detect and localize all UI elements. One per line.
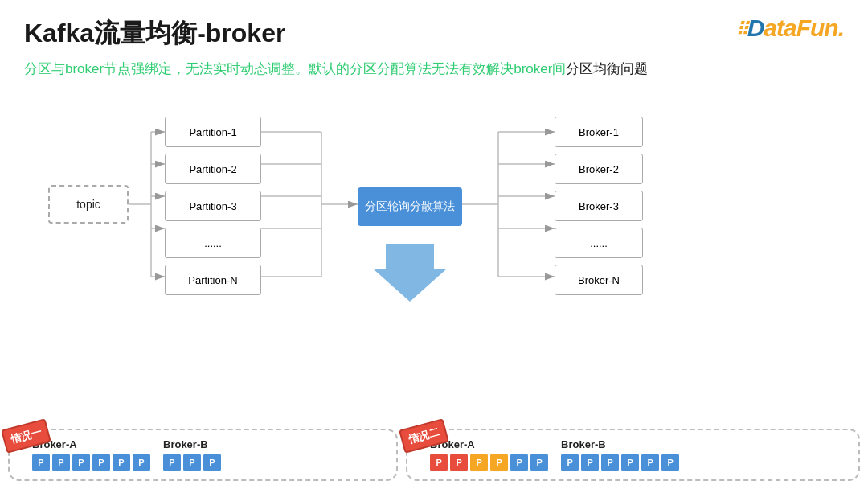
partition-box-1: Partition-1 xyxy=(165,117,261,147)
diagram-area: topic Partition-1 Partition-2 Partition-… xyxy=(24,92,844,366)
subtitle: 分区与broker节点强绑定，无法实时动态调整。默认的分区分配算法无法有效解决b… xyxy=(24,60,844,78)
p-block: P xyxy=(52,454,70,471)
logo: ⠿DataFun. xyxy=(735,14,844,42)
partition-box-2: Partition-2 xyxy=(165,154,261,184)
p-block: P xyxy=(133,454,150,471)
situation-1-box: 情况一 Broker-A P P P P P P Broker-B P P xyxy=(8,429,398,481)
broker-b-label-2: Broker-B xyxy=(561,438,606,450)
algo-label: 分区轮询分散算法 xyxy=(365,199,455,214)
p-block: P xyxy=(163,454,181,471)
situation1-broker-a: Broker-A P P P P P P xyxy=(32,438,150,471)
partition-group: Partition-1 Partition-2 Partition-3 ....… xyxy=(165,117,261,295)
p-block: P xyxy=(601,454,619,471)
p-block: P xyxy=(72,454,90,471)
p-block: P xyxy=(641,454,659,471)
p-block-blue: P xyxy=(530,454,548,471)
bottom-situations: 情况一 Broker-A P P P P P P Broker-B P P xyxy=(8,429,860,481)
p-block-red: P xyxy=(430,454,448,471)
broker-box-2: Broker-2 xyxy=(555,154,643,184)
p-block: P xyxy=(561,454,579,471)
broker-b-blocks-2: P P P P P P xyxy=(561,454,679,471)
topic-label: topic xyxy=(76,198,100,211)
page: ⠿DataFun. Kafka流量均衡-broker 分区与broker节点强绑… xyxy=(0,0,868,489)
p-block: P xyxy=(92,454,110,471)
broker-box-n: Broker-N xyxy=(555,265,643,295)
broker-box-3: Broker-3 xyxy=(555,191,643,221)
situation2-broker-a: Broker-A P P P P P P xyxy=(430,438,548,471)
svg-marker-23 xyxy=(374,244,446,302)
p-block: P xyxy=(203,454,221,471)
partition-box-dots: ...... xyxy=(165,228,261,258)
p-block: P xyxy=(32,454,50,471)
broker-box-1: Broker-1 xyxy=(555,117,643,147)
broker-a-blocks-2: P P P P P P xyxy=(430,454,548,471)
p-block-red: P xyxy=(450,454,468,471)
broker-group: Broker-1 Broker-2 Broker-3 ...... Broker… xyxy=(555,117,643,295)
page-title: Kafka流量均衡-broker xyxy=(24,16,844,51)
broker-box-dots: ...... xyxy=(555,228,643,258)
p-block: P xyxy=(661,454,679,471)
p-block: P xyxy=(581,454,599,471)
partition-box-3: Partition-3 xyxy=(165,191,261,221)
broker-b-blocks-1: P P P xyxy=(163,454,221,471)
arrows-svg xyxy=(24,92,844,366)
broker-a-blocks-1: P P P P P P xyxy=(32,454,150,471)
algo-box: 分区轮询分散算法 xyxy=(358,187,462,226)
p-block-yellow: P xyxy=(490,454,508,471)
situation2-broker-b: Broker-B P P P P P P xyxy=(561,438,679,471)
partition-box-n: Partition-N xyxy=(165,265,261,295)
situation-2-box: 情况二 Broker-A P P P P P P Broker-B P P xyxy=(406,429,860,481)
p-block: P xyxy=(113,454,130,471)
broker-b-label-1: Broker-B xyxy=(163,438,208,450)
p-block-yellow: P xyxy=(470,454,488,471)
p-block: P xyxy=(621,454,639,471)
situation1-broker-b: Broker-B P P P xyxy=(163,438,221,471)
topic-box: topic xyxy=(48,185,129,224)
p-block: P xyxy=(183,454,201,471)
p-block-blue: P xyxy=(510,454,528,471)
